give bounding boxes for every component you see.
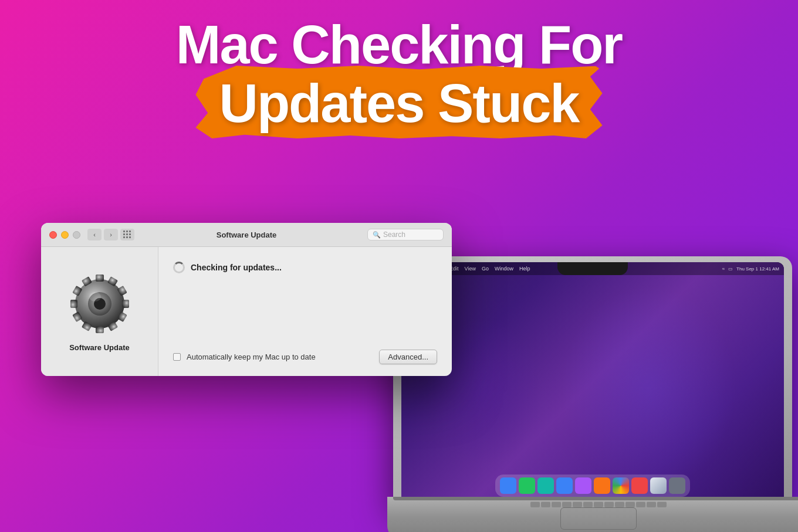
sidebar: Software Update	[41, 247, 158, 376]
bottom-bar: Automatically keep my Mac up to date Adv…	[173, 350, 437, 364]
svg-point-15	[89, 292, 101, 301]
forward-button[interactable]: ›	[104, 229, 118, 240]
keyboard-area	[399, 501, 798, 507]
checking-text: Checking for updates...	[191, 263, 282, 272]
menubar-right: ≈ ▭ Thu Sep 1 12:41 AM	[722, 266, 779, 272]
grid-icon	[123, 231, 131, 239]
dock-icon-facetime	[519, 477, 535, 494]
macbook-lid:  Finder File Edit View Go Window Help ≈…	[393, 256, 792, 509]
fullscreen-button[interactable]	[73, 231, 80, 239]
menubar-window: Window	[495, 266, 513, 272]
hero-line2-wrapper: Updates Stuck	[213, 76, 584, 130]
sidebar-label: Software Update	[69, 343, 130, 352]
dock-icon-finder	[500, 477, 516, 494]
macbook-base	[387, 497, 798, 532]
dock-icon-notes	[650, 477, 667, 494]
menubar-view: View	[465, 266, 476, 272]
key	[647, 501, 656, 507]
dock-icon-photos	[594, 477, 610, 494]
search-placeholder: Search	[383, 231, 405, 239]
wallpaper-highlight1	[561, 286, 737, 491]
key	[562, 501, 572, 507]
hero-section: Mac Checking For Updates Stuck	[0, 18, 798, 130]
key	[594, 501, 603, 507]
key	[657, 501, 667, 507]
nav-buttons: ‹ ›	[87, 229, 118, 240]
menubar-go: Go	[482, 266, 489, 272]
dock-icon-safari	[556, 477, 573, 494]
menubar-help: Help	[519, 266, 530, 272]
key	[625, 501, 635, 507]
macbook-trackpad	[560, 507, 637, 530]
battery-icon: ▭	[728, 266, 733, 272]
datetime-display: Thu Sep 1 12:41 AM	[736, 266, 779, 272]
key	[583, 501, 593, 507]
hero-line2: Updates Stuck	[213, 76, 584, 130]
notch	[557, 262, 628, 275]
dock-icon-trash	[669, 477, 685, 494]
macbook-screen:  Finder File Edit View Go Window Help ≈…	[401, 262, 784, 500]
auto-update-checkbox[interactable]	[173, 353, 181, 361]
key	[541, 501, 550, 507]
window-content: Software Update Checking for updates... …	[41, 247, 452, 376]
dock-icon-chrome	[613, 477, 629, 494]
dock-icon-messages	[537, 477, 554, 494]
key	[604, 501, 614, 507]
software-update-window: ‹ › Software Update 🔍 Search	[41, 223, 452, 376]
gear-icon-container	[67, 272, 132, 336]
screen-bezel:  Finder File Edit View Go Window Help ≈…	[401, 262, 784, 500]
key	[530, 501, 540, 507]
key	[552, 501, 561, 507]
traffic-lights	[49, 231, 80, 239]
window-title: Software Update	[217, 231, 277, 239]
back-button[interactable]: ‹	[87, 229, 102, 240]
dock-icon-youtube	[631, 477, 648, 494]
grid-view-button[interactable]	[120, 229, 134, 240]
wifi-icon: ≈	[722, 266, 725, 272]
checking-row: Checking for updates...	[173, 262, 437, 273]
main-panel: Checking for updates... Automatically ke…	[158, 247, 452, 376]
key-row	[530, 501, 667, 507]
dock-icon-music	[575, 477, 591, 494]
svg-rect-10	[70, 300, 77, 308]
advanced-button[interactable]: Advanced...	[379, 350, 437, 364]
search-icon: 🔍	[373, 231, 381, 239]
key	[573, 501, 582, 507]
minimize-button[interactable]	[61, 231, 69, 239]
dock	[495, 475, 690, 497]
close-button[interactable]	[49, 231, 57, 239]
svg-rect-4	[122, 300, 129, 308]
key	[615, 501, 624, 507]
search-bar[interactable]: 🔍 Search	[367, 229, 444, 240]
window-titlebar: ‹ › Software Update 🔍 Search	[41, 223, 452, 247]
auto-update-label: Automatically keep my Mac up to date	[187, 353, 373, 361]
macbook-hinge	[393, 497, 798, 500]
svg-rect-1	[96, 275, 104, 282]
svg-rect-7	[96, 326, 104, 333]
gear-icon	[67, 272, 132, 336]
hero-line1: Mac Checking For	[0, 18, 798, 72]
key	[636, 501, 645, 507]
loading-spinner	[173, 262, 185, 273]
